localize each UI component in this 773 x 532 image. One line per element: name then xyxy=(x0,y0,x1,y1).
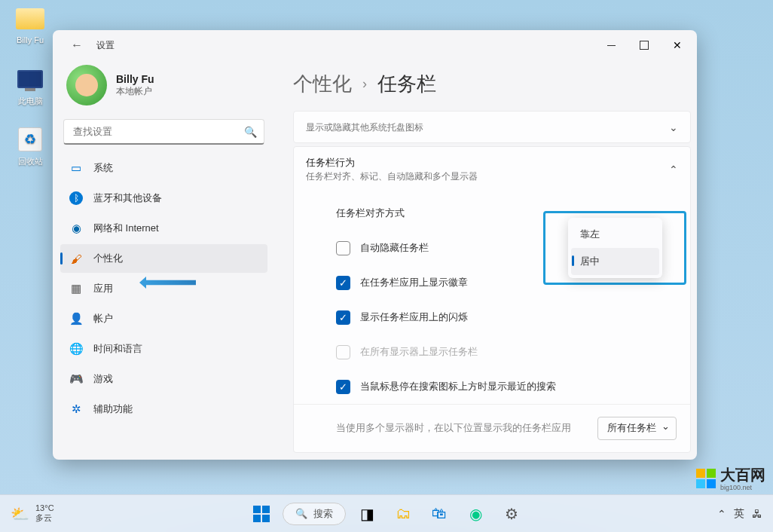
chevron-down-icon: ⌄ xyxy=(669,121,678,133)
user-type: 本地帐户 xyxy=(116,85,154,98)
desktop-icon-label: 回收站 xyxy=(8,156,53,167)
alignment-dropdown: 靠左 居中 xyxy=(568,218,662,278)
nav-bluetooth[interactable]: ᛒ蓝牙和其他设备 xyxy=(60,184,267,212)
main-content: 个性化 › 任务栏 显示或隐藏其他系统托盘图标 ⌄ 任务栏行为 任务栏对齐、标记… xyxy=(275,60,697,460)
minimize-button[interactable] xyxy=(594,34,628,57)
globe-icon: 🌐 xyxy=(69,342,83,356)
desktop-icon-folder[interactable]: Billy Fu xyxy=(8,4,53,44)
tray-lang[interactable]: 英 xyxy=(734,507,744,521)
checkbox-icon[interactable]: ✓ xyxy=(336,380,350,394)
close-button[interactable]: ✕ xyxy=(661,34,694,57)
nav-list: ▭系统 ᛒ蓝牙和其他设备 ◉网络和 Internet 🖌个性化 ▦应用 👤帐户 … xyxy=(60,154,267,423)
breadcrumb-parent[interactable]: 个性化 xyxy=(293,71,352,97)
multi-monitor-row: 当使用多个显示器时，在以下位置显示我的任务栏应用 所有任务栏 xyxy=(294,404,690,452)
nav-time[interactable]: 🌐时间和语言 xyxy=(60,335,267,363)
search-box[interactable]: 🔍 xyxy=(63,119,264,145)
dropdown-option-center[interactable]: 居中 xyxy=(571,248,659,275)
section-header[interactable]: 任务栏行为 任务栏对齐、标记、自动隐藏和多个显示器 ⌃ xyxy=(294,147,690,191)
desktop-icon-thispc[interactable]: 此电脑 xyxy=(8,64,53,107)
maximize-button[interactable] xyxy=(628,34,661,57)
search-icon: 🔍 xyxy=(244,126,257,138)
checkbox-icon[interactable] xyxy=(336,241,350,255)
start-button[interactable] xyxy=(246,499,277,529)
alignment-label: 任务栏对齐方式 xyxy=(336,206,405,220)
multi-text: 当使用多个显示器时，在以下位置显示我的任务栏应用 xyxy=(336,421,585,436)
nav-apps[interactable]: ▦应用 xyxy=(60,274,267,303)
alignment-dropdown-highlight: 靠左 居中 xyxy=(543,211,686,285)
accessibility-icon: ✲ xyxy=(69,402,83,416)
section-subtitle: 显示或隐藏其他系统托盘图标 xyxy=(306,122,669,133)
wifi-icon: ◉ xyxy=(69,222,83,235)
breadcrumb: 个性化 › 任务栏 xyxy=(293,60,691,111)
sidebar: Billy Fu 本地帐户 🔍 ▭系统 ᛒ蓝牙和其他设备 ◉网络和 Intern… xyxy=(53,60,275,460)
search-icon: 🔍 xyxy=(295,508,307,519)
section-subtitle: 任务栏对齐、标记、自动隐藏和多个显示器 xyxy=(306,171,669,182)
chevron-right-icon: › xyxy=(362,76,367,92)
person-icon: 👤 xyxy=(69,312,83,326)
checkbox-icon xyxy=(336,345,350,359)
explorer-button[interactable]: 🗂 xyxy=(388,499,418,529)
section-behavior: 任务栏行为 任务栏对齐、标记、自动隐藏和多个显示器 ⌃ 任务栏对齐方式 自动隐藏… xyxy=(293,146,691,453)
search-input[interactable] xyxy=(63,119,264,145)
system-tray: ⌃ 英 🖧 xyxy=(717,507,762,521)
option-flash[interactable]: ✓显示任务栏应用上的闪烁 xyxy=(294,300,690,335)
store-button[interactable]: 🛍 xyxy=(424,499,454,529)
window-title: 设置 xyxy=(96,39,115,52)
user-name: Billy Fu xyxy=(116,73,154,85)
nav-system[interactable]: ▭系统 xyxy=(60,154,267,182)
desktop-icon-recycle[interactable]: ♻ 回收站 xyxy=(8,124,53,167)
gamepad-icon: 🎮 xyxy=(69,372,83,386)
settings-window: ← 设置 ✕ Billy Fu 本地帐户 🔍 xyxy=(53,30,697,460)
back-button[interactable]: ← xyxy=(63,34,90,57)
checkbox-icon[interactable]: ✓ xyxy=(336,310,350,325)
breadcrumb-current: 任务栏 xyxy=(377,71,436,97)
user-block[interactable]: Billy Fu 本地帐户 xyxy=(60,60,267,119)
taskbar-search[interactable]: 🔍搜索 xyxy=(283,503,346,525)
settings-button[interactable]: ⚙ xyxy=(496,499,527,529)
task-view-button[interactable]: ◨ xyxy=(352,499,382,529)
dropdown-option-left[interactable]: 靠左 xyxy=(571,221,659,248)
bluetooth-icon: ᛒ xyxy=(69,191,83,205)
tray-chevron-icon[interactable]: ⌃ xyxy=(717,508,726,520)
section-title: 任务栏行为 xyxy=(306,156,669,170)
edge-button[interactable]: ◉ xyxy=(460,499,490,529)
taskbar: ⛅ 13°C 多云 🔍搜索 ◨ 🗂 🛍 ◉ ⚙ ⌃ 英 🖧 xyxy=(0,494,773,532)
apps-icon: ▦ xyxy=(69,282,83,295)
nav-accounts[interactable]: 👤帐户 xyxy=(60,304,267,333)
checkbox-icon[interactable]: ✓ xyxy=(336,276,350,290)
avatar xyxy=(66,65,107,105)
option-allmonitors: 在所有显示器上显示任务栏 xyxy=(294,335,690,369)
desktop-icon-label: Billy Fu xyxy=(8,35,53,44)
weather-icon: ⛅ xyxy=(11,505,29,523)
nav-personalization[interactable]: 🖌个性化 xyxy=(60,244,267,273)
multi-select[interactable]: 所有任务栏 xyxy=(597,417,677,440)
section-tray[interactable]: 显示或隐藏其他系统托盘图标 ⌄ xyxy=(293,111,691,143)
taskbar-weather[interactable]: ⛅ 13°C 多云 xyxy=(11,503,54,524)
network-icon[interactable]: 🖧 xyxy=(752,508,762,520)
nav-accessibility[interactable]: ✲辅助功能 xyxy=(60,395,267,423)
monitor-icon: ▭ xyxy=(69,161,83,175)
nav-network[interactable]: ◉网络和 Internet xyxy=(60,214,267,243)
brush-icon: 🖌 xyxy=(69,252,83,265)
titlebar: ← 设置 ✕ xyxy=(53,30,697,60)
option-recentsearch[interactable]: ✓当鼠标悬停在搜索图标上方时显示最近的搜索 xyxy=(294,369,690,404)
chevron-up-icon: ⌃ xyxy=(669,164,678,176)
watermark: 大百网 big100.net xyxy=(696,465,765,491)
desktop-icon-label: 此电脑 xyxy=(8,96,53,107)
nav-games[interactable]: 🎮游戏 xyxy=(60,365,267,393)
